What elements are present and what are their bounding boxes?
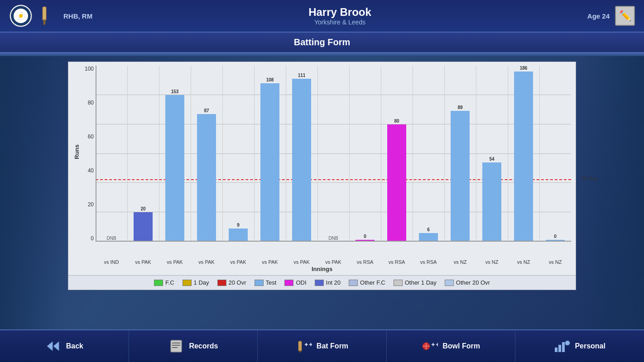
- header: RHB, RM Harry Brook Yorkshire & Leeds Ag…: [0, 0, 644, 33]
- svg-rect-17: [299, 350, 301, 352]
- club-badge: [9, 4, 33, 28]
- legend-label-otherfc: Other F.C: [360, 279, 385, 286]
- x-label-11: vs RSA: [413, 258, 444, 265]
- x-label-8: vs PAK: [317, 258, 349, 265]
- bars-container: DNB 20 153 87: [96, 66, 571, 242]
- bar-group-1: DNB: [96, 66, 127, 242]
- bar-value-6: 108: [266, 77, 274, 82]
- nav-personal[interactable]: Personal: [515, 330, 644, 362]
- bar-group-2: 20: [127, 66, 159, 242]
- bar-group-15: 0: [539, 66, 571, 242]
- legend-label-test: Test: [266, 279, 277, 286]
- bar-rect-14: [514, 71, 533, 242]
- bar-rect-7: [292, 79, 311, 242]
- edit-button[interactable]: ✏️: [615, 6, 635, 26]
- legend-label-other20ovr: Other 20 Ovr: [456, 279, 490, 286]
- nav-back[interactable]: Back: [0, 330, 129, 362]
- svg-text:✦✦✦: ✦✦✦: [304, 342, 312, 348]
- bar-value-14: 186: [520, 66, 528, 71]
- bar-value-13: 54: [489, 157, 494, 162]
- bar-group-13: 54: [476, 66, 508, 242]
- player-name: Harry Brook: [308, 6, 371, 19]
- chart-legend: F.C 1 Day 20 Ovr Test ODI Int 20 Other F…: [68, 275, 576, 290]
- bar-group-9: 0: [349, 66, 381, 242]
- bar-group-7: 111: [286, 66, 317, 242]
- legend-color-otherfc: [349, 280, 358, 286]
- svg-rect-15: [172, 347, 178, 348]
- legend-color-test: [255, 280, 264, 286]
- nav-bat-form[interactable]: ✦✦✦ Bat Form: [258, 330, 387, 362]
- player-team: Yorkshire & Leeds: [308, 19, 371, 26]
- x-label-4: vs PAK: [191, 258, 222, 265]
- bar-rect-10: [387, 124, 406, 242]
- legend-fc: F.C: [154, 279, 174, 286]
- bar-rect-13: [482, 162, 501, 242]
- y-tick-40: 40: [88, 167, 94, 174]
- legend-1day: 1 Day: [183, 279, 209, 286]
- bar-rect-3: [165, 95, 184, 242]
- y-axis-label-container: Runs: [72, 62, 81, 242]
- bar-value-7: 111: [298, 73, 306, 78]
- legend-other1day: Other 1 Day: [394, 279, 437, 286]
- legend-odi: ODI: [284, 279, 306, 286]
- bar-value-15: 0: [554, 234, 557, 239]
- bar-group-14: 186: [508, 66, 539, 242]
- bar-label-1: DNB: [106, 236, 116, 241]
- player-position: RHB, RM: [63, 12, 92, 20]
- bowl-form-icon: ✦✦✦: [422, 338, 438, 354]
- legend-test: Test: [255, 279, 277, 286]
- nav-records[interactable]: Records: [129, 330, 258, 362]
- header-right: Age 24 ✏️: [587, 6, 635, 26]
- bar-group-5: 9: [222, 66, 254, 242]
- x-label-15: vs NZ: [539, 258, 571, 265]
- bar-value-9: 0: [364, 234, 366, 239]
- header-left: RHB, RM: [9, 4, 92, 28]
- bar-group-12: 89: [444, 66, 476, 242]
- nav-records-label: Records: [189, 342, 218, 350]
- x-axis-title: Innings: [68, 265, 576, 275]
- nav-back-label: Back: [66, 342, 83, 350]
- legend-int20: Int 20: [315, 279, 341, 286]
- x-label-7: vs PAK: [286, 258, 317, 265]
- y-tick-60: 60: [88, 133, 94, 140]
- x-label-12: vs NZ: [444, 258, 476, 265]
- legend-label-int20: Int 20: [326, 279, 341, 286]
- nav-bat-form-label: Bat Form: [317, 342, 348, 350]
- y-tick-20: 20: [88, 201, 94, 208]
- bat-icon: [38, 6, 58, 26]
- chart-area: Runs 0 20 40 60 80 100: [68, 62, 576, 258]
- legend-label-fc: F.C: [165, 279, 174, 286]
- y-tick-100: 100: [85, 66, 94, 72]
- legend-otherfc: Other F.C: [349, 279, 385, 286]
- bar-group-11: 6: [413, 66, 444, 242]
- back-icon: [45, 338, 62, 354]
- bar-value-3: 153: [171, 89, 179, 94]
- nav-bowl-form[interactable]: ✦✦✦ Bowl Form: [387, 330, 516, 362]
- bar-value-2: 20: [140, 206, 145, 211]
- bar-label-8: DNB: [328, 236, 338, 241]
- svg-marker-10: [47, 342, 53, 351]
- y-tick-80: 80: [88, 100, 94, 106]
- section-title-bar: Batting Form: [0, 33, 644, 52]
- bar-rect-12: [451, 111, 470, 242]
- x-label-13: vs NZ: [476, 258, 508, 265]
- legend-color-20ovr: [217, 280, 226, 286]
- legend-color-odi: [284, 280, 293, 286]
- bar-value-5: 9: [237, 223, 240, 228]
- bar-rect-5: [229, 229, 248, 242]
- x-label-6: vs PAK: [254, 258, 286, 265]
- bar-rect-4: [197, 114, 216, 242]
- legend-label-other1day: Other 1 Day: [405, 279, 437, 286]
- player-age: Age 24: [587, 12, 610, 20]
- x-axis-labels: vs IND vs PAK vs PAK vs PAK vs PAK vs PA…: [96, 258, 571, 265]
- legend-color-1day: [183, 280, 192, 286]
- svg-point-7: [19, 14, 23, 18]
- svg-rect-13: [172, 343, 180, 343]
- nav-personal-label: Personal: [575, 342, 606, 350]
- divider: [0, 52, 644, 56]
- y-tick-0: 0: [91, 235, 94, 242]
- bar-value-12: 89: [457, 105, 462, 110]
- svg-rect-25: [562, 342, 565, 352]
- svg-rect-24: [558, 345, 561, 352]
- y-axis-line: [96, 66, 96, 242]
